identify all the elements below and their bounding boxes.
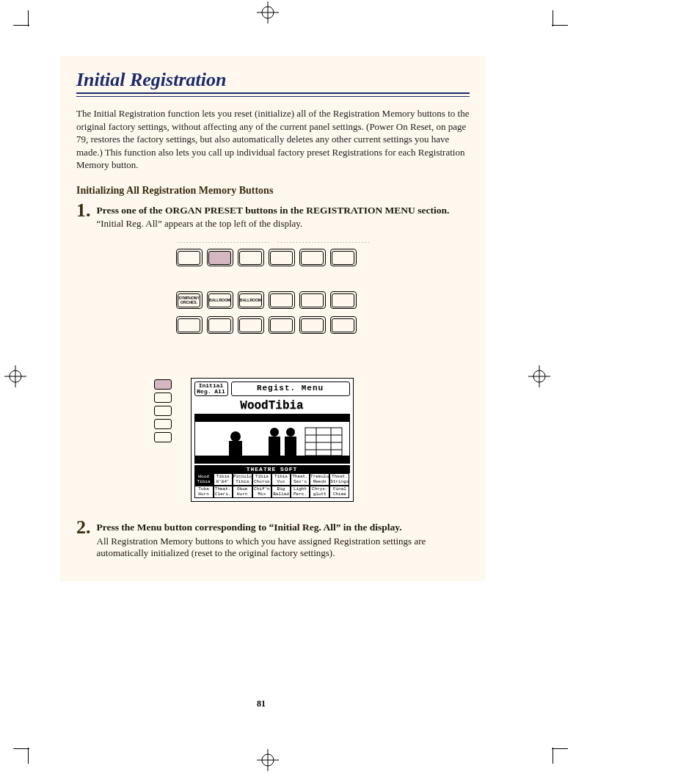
lcd-voice-cell: Light Perc. (291, 486, 310, 498)
menu-button-2 (154, 393, 172, 403)
lcd-regist-menu-label: Regist. Menu (231, 381, 350, 396)
lcd-voice-cell: Big Ballad (271, 486, 291, 498)
menu-button-4 (154, 419, 172, 429)
preset-button-diagram: ········································… (176, 238, 373, 334)
menu-button-1 (154, 379, 172, 390)
lcd-voice-cell: Tibia Vox (271, 473, 291, 486)
registration-mark-icon (257, 749, 279, 771)
svg-rect-14 (195, 456, 349, 463)
lcd-screen: Initial Reg. All Regist. Menu WoodTibia … (191, 378, 354, 502)
lcd-voice-cell: Final Chime (329, 486, 349, 498)
registration-mark-icon (528, 365, 550, 387)
preset-button: SYMPHONY ORCHES. (176, 291, 203, 309)
lcd-voice-title: WoodTibia WoodTibia (194, 399, 350, 412)
preset-button (176, 249, 203, 266)
page-number: 81 (257, 698, 266, 709)
svg-point-15 (230, 431, 241, 442)
lcd-diagram: Initial Reg. All Regist. Menu WoodTibia … (154, 378, 470, 502)
step-1-body: “Initial Reg. All” appears at the top le… (97, 218, 470, 230)
lcd-voice-cell: Chif'n Mix (252, 486, 271, 498)
menu-button-5 (154, 432, 172, 442)
preset-button (238, 316, 264, 334)
title-rule (76, 92, 470, 97)
preset-button (299, 249, 326, 266)
subheading: Initializing All Registration Memory But… (76, 185, 470, 197)
registration-mark-icon (257, 1, 279, 23)
crop-mark-bl (13, 734, 43, 764)
page-content: Initial Registration The Initial Registr… (60, 56, 486, 581)
preset-button (299, 291, 326, 309)
crop-mark-tr (539, 10, 568, 40)
preset-button (330, 291, 357, 309)
svg-rect-20 (285, 437, 296, 456)
lcd-voice-cell: Wood Tibia (194, 473, 214, 486)
lcd-illustration (194, 414, 350, 464)
preset-row-2: SYMPHONY ORCHES. BALLROOM BALLROOM (176, 291, 373, 309)
lcd-category: THEATRE SOFT (194, 465, 350, 473)
step-2-heading: Press the Menu button corresponding to “… (97, 521, 470, 534)
preset-button (269, 291, 295, 309)
lcd-voice-cell: Piccolo Tibia (233, 473, 252, 486)
lcd-voice-cell: Tibia 8'&4' (214, 473, 233, 486)
preset-button (269, 249, 295, 266)
preset-button (330, 316, 357, 334)
step-1-heading: Press one of the ORGAN PRESET buttons in… (97, 204, 470, 217)
preset-button (330, 249, 357, 266)
step-1: 1. Press one of the ORGAN PRESET buttons… (76, 201, 470, 503)
preset-button (207, 316, 233, 334)
lcd-voice-cell: Tremolo Reeds (310, 473, 329, 486)
preset-button: BALLROOM (238, 291, 264, 309)
crop-mark-br (539, 734, 568, 764)
svg-rect-13 (195, 415, 349, 422)
lcd-voice-cell: Theat. Strings (329, 473, 349, 486)
menu-button-3 (154, 406, 172, 416)
lcd-voice-cell: Oboe Horn (233, 486, 252, 498)
preset-row-1 (176, 249, 373, 266)
lcd-voice-cell: Theat. Sax's (291, 473, 310, 486)
preset-row-3 (176, 316, 373, 334)
crop-mark-tl (13, 10, 43, 40)
lcd-voice-cell: Tuba Horn (194, 486, 214, 498)
preset-button (238, 249, 264, 266)
step-2-body: All Registration Memory buttons to which… (97, 536, 470, 559)
lcd-voice-cell: Tibia Chorus (252, 473, 271, 486)
lcd-voice-cell: Chrys- glott (310, 486, 329, 498)
svg-point-19 (286, 428, 295, 437)
preset-button (269, 316, 295, 334)
preset-button (299, 316, 326, 334)
lcd-initial-reg-label: Initial Reg. All (194, 381, 228, 396)
preset-button-selected (207, 249, 233, 266)
lcd-voice-grid: Wood TibiaTibia 8'&4'Piccolo TibiaTibia … (194, 473, 350, 498)
lcd-voice-cell: Theat. Clari. (214, 486, 233, 498)
page-title: Initial Registration (76, 69, 470, 91)
menu-side-buttons (154, 379, 172, 502)
preset-button: BALLROOM (207, 291, 233, 309)
preset-button (176, 316, 203, 334)
step-2: 2. Press the Menu button corresponding t… (76, 518, 470, 559)
svg-rect-18 (269, 437, 280, 456)
registration-mark-icon (4, 365, 26, 387)
intro-paragraph: The Initial Registration function lets y… (76, 107, 470, 172)
step-number: 1. (76, 201, 91, 220)
step-number: 2. (76, 518, 91, 537)
svg-point-17 (270, 428, 279, 437)
svg-rect-16 (229, 441, 242, 456)
